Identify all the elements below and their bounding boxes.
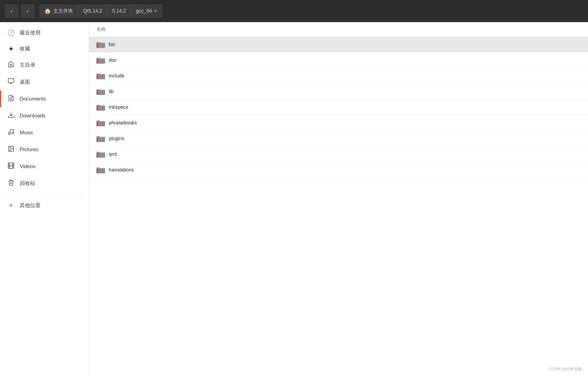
- folder-icon: [96, 151, 105, 158]
- breadcrumb-home-label: 主文件夹: [53, 8, 73, 14]
- home-icon: 🏠: [44, 8, 51, 14]
- sidebar-label-documents: Documents: [20, 96, 46, 102]
- svg-point-6: [9, 133, 10, 135]
- file-row[interactable]: bin: [89, 37, 588, 53]
- desktop-icon: [7, 78, 15, 86]
- sidebar-item-pictures[interactable]: Pictures: [0, 141, 89, 158]
- sidebar-label-downloads: Downloads: [20, 113, 45, 119]
- svg-point-9: [10, 147, 10, 148]
- sidebar-item-other[interactable]: + 其他位置: [0, 197, 89, 214]
- dropdown-arrow-icon: ▼: [154, 9, 157, 13]
- svg-rect-41: [96, 153, 98, 158]
- folder-icon: [96, 135, 105, 142]
- music-icon: [7, 128, 15, 137]
- documents-icon: [7, 95, 15, 103]
- folder-icon: [96, 88, 105, 95]
- svg-point-7: [12, 132, 14, 134]
- column-name-label: 名称: [96, 26, 106, 32]
- file-name: bin: [109, 42, 115, 47]
- sidebar-divider: [5, 194, 84, 195]
- recent-icon: 🕐: [7, 29, 15, 36]
- pictures-icon: [7, 145, 15, 154]
- breadcrumb-version[interactable]: 5.14.2: [107, 4, 131, 18]
- file-row[interactable]: mkspecs: [89, 100, 588, 115]
- sidebar-label-other: 其他位置: [20, 202, 41, 209]
- sidebar-label-home: 主目录: [20, 61, 35, 69]
- svg-rect-32: [96, 106, 98, 111]
- favorites-icon: ★: [7, 45, 15, 52]
- file-row[interactable]: qml: [89, 147, 588, 162]
- other-icon: +: [7, 201, 15, 209]
- file-row[interactable]: translations: [89, 162, 588, 178]
- folder-icon: [96, 57, 105, 64]
- sidebar-label-videos: Videos: [20, 163, 36, 170]
- downloads-icon: [7, 112, 15, 120]
- svg-rect-44: [96, 169, 98, 173]
- breadcrumb-version-label: 5.14.2: [112, 8, 126, 14]
- sidebar-item-trash[interactable]: 回收站: [0, 175, 89, 192]
- sidebar-item-home[interactable]: 主目录: [0, 57, 89, 73]
- home-sidebar-icon: [7, 61, 15, 69]
- file-name: lib: [109, 89, 114, 94]
- forward-button[interactable]: ›: [21, 4, 34, 18]
- sidebar-label-desktop: 桌面: [20, 78, 30, 85]
- breadcrumb: 🏠 主文件夹 Qt5.14.2 5.14.2 gcc_64 ▼: [39, 4, 162, 18]
- breadcrumb-home[interactable]: 🏠 主文件夹: [39, 4, 78, 18]
- sidebar-item-favorites[interactable]: ★ 收藏: [0, 41, 89, 57]
- folder-icon: [96, 73, 105, 79]
- file-area: 名称 bin doc: [89, 22, 588, 378]
- folder-icon: [96, 104, 105, 111]
- svg-rect-0: [8, 79, 14, 83]
- sidebar-label-pictures: Pictures: [20, 147, 38, 153]
- sidebar-label-recent: 最近使用: [20, 29, 41, 36]
- breadcrumb-arch[interactable]: gcc_64 ▼: [131, 4, 162, 18]
- svg-rect-26: [96, 75, 98, 79]
- svg-rect-23: [96, 59, 98, 64]
- file-name: qml: [109, 152, 117, 157]
- file-name: include: [109, 73, 124, 79]
- breadcrumb-qt[interactable]: Qt5.14.2: [78, 4, 107, 18]
- file-rows-container: bin doc include lib: [89, 37, 588, 178]
- file-row[interactable]: plugins: [89, 131, 588, 147]
- svg-rect-38: [96, 137, 98, 142]
- file-name: mkspecs: [109, 104, 128, 110]
- sidebar-label-trash: 回收站: [20, 180, 35, 187]
- file-name: doc: [109, 57, 117, 63]
- folder-icon: [96, 167, 105, 173]
- file-name: plugins: [109, 136, 124, 141]
- sidebar: 🕐 最近使用 ★ 收藏 主目录: [0, 22, 89, 378]
- file-row[interactable]: doc: [89, 53, 588, 68]
- svg-rect-29: [96, 90, 98, 95]
- watermark: CSDN @好奇龙猫: [549, 366, 582, 372]
- file-name: phrasebooks: [109, 120, 137, 126]
- file-list-header: 名称: [89, 22, 588, 37]
- main-content: 🕐 最近使用 ★ 收藏 主目录: [0, 22, 588, 378]
- sidebar-item-videos[interactable]: Videos: [0, 158, 89, 175]
- sidebar-item-desktop[interactable]: 桌面: [0, 73, 89, 90]
- toolbar: ‹ › 🏠 主文件夹 Qt5.14.2 5.14.2 gcc_64 ▼: [0, 0, 588, 22]
- sidebar-item-recent[interactable]: 🕐 最近使用: [0, 25, 89, 41]
- sidebar-label-favorites: 收藏: [20, 45, 30, 52]
- back-button[interactable]: ‹: [5, 4, 18, 18]
- breadcrumb-qt-label: Qt5.14.2: [83, 8, 102, 14]
- breadcrumb-arch-label: gcc_64: [136, 8, 152, 14]
- sidebar-label-music: Music: [20, 130, 33, 136]
- sidebar-item-music[interactable]: Music: [0, 124, 89, 141]
- file-row[interactable]: phrasebooks: [89, 115, 588, 131]
- svg-rect-35: [96, 122, 98, 126]
- file-row[interactable]: include: [89, 68, 588, 84]
- videos-icon: [7, 162, 15, 171]
- file-name: translations: [109, 167, 134, 173]
- file-row[interactable]: lib: [89, 84, 588, 100]
- folder-icon: [96, 41, 105, 48]
- file-manager: ‹ › 🏠 主文件夹 Qt5.14.2 5.14.2 gcc_64 ▼: [0, 0, 588, 378]
- trash-icon: [7, 179, 15, 187]
- sidebar-item-downloads[interactable]: Downloads: [0, 107, 89, 124]
- svg-rect-20: [96, 43, 98, 48]
- sidebar-item-documents[interactable]: Documents: [0, 90, 89, 107]
- folder-icon: [96, 120, 105, 126]
